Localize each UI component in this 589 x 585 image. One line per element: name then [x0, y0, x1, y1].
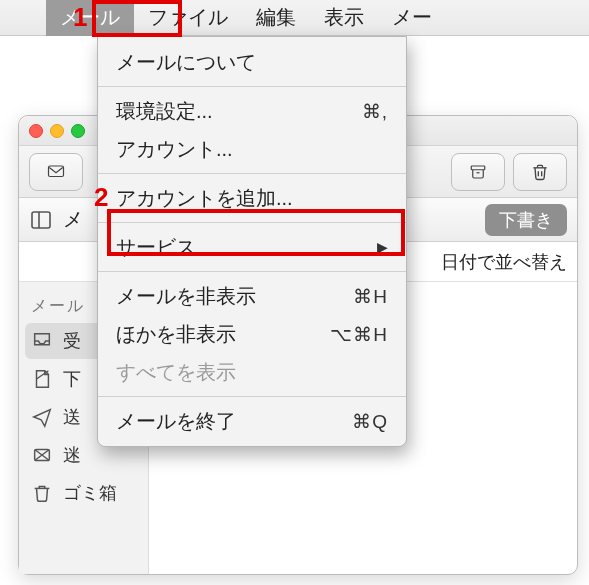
menubar-item-more[interactable]: メー: [378, 0, 446, 36]
submenu-arrow-icon: ▶: [377, 239, 388, 255]
menu-item-label: 環境設定...: [116, 98, 213, 125]
menu-accounts[interactable]: アカウント...: [98, 130, 406, 168]
menu-separator: [98, 86, 406, 87]
sidebar-item-label: 受: [63, 329, 81, 353]
window-minimize-icon[interactable]: [50, 124, 64, 138]
menu-item-label: ほかを非表示: [116, 321, 236, 348]
menu-hide-mail[interactable]: メールを非表示 ⌘H: [98, 277, 406, 315]
menu-item-label: アカウントを追加...: [116, 185, 293, 212]
trash-button[interactable]: [513, 153, 567, 191]
menu-hide-others[interactable]: ほかを非表示 ⌥⌘H: [98, 315, 406, 353]
mailbox-tab-label: メ: [63, 206, 83, 233]
menubar-item-file[interactable]: ファイル: [134, 0, 242, 36]
junk-icon: [29, 444, 55, 466]
sidebar-toggle-icon[interactable]: [29, 208, 53, 232]
menubar-item-mail[interactable]: メール: [46, 0, 134, 36]
menu-item-label: メールを非表示: [116, 283, 256, 310]
sort-label[interactable]: 日付で並べ替え: [441, 250, 567, 274]
menubar: メール ファイル 編集 表示 メー: [0, 0, 589, 36]
sidebar-item-label: 迷: [63, 443, 81, 467]
menu-services[interactable]: サービス ▶: [98, 228, 406, 266]
menu-shortcut: ⌘H: [353, 285, 388, 308]
sidebar-item-label: ゴミ箱: [63, 481, 117, 505]
menu-separator: [98, 222, 406, 223]
inbox-icon: [29, 330, 55, 352]
window-close-icon[interactable]: [29, 124, 43, 138]
drafts-pill[interactable]: 下書き: [485, 204, 567, 236]
menu-item-label: アカウント...: [116, 136, 233, 163]
menu-show-all: すべてを表示: [98, 353, 406, 391]
menu-separator: [98, 173, 406, 174]
menu-item-label: すべてを表示: [116, 359, 236, 386]
sidebar-item-label: 下: [63, 367, 81, 391]
menu-item-label: メールを終了: [116, 408, 236, 435]
menubar-item-edit[interactable]: 編集: [242, 0, 310, 36]
menu-shortcut: ⌘Q: [352, 410, 388, 433]
menu-shortcut: ⌥⌘H: [330, 323, 388, 346]
sidebar-item-label: 送: [63, 405, 81, 429]
svg-rect-0: [49, 166, 64, 177]
menu-separator: [98, 396, 406, 397]
menubar-item-view[interactable]: 表示: [310, 0, 378, 36]
window-maximize-icon[interactable]: [71, 124, 85, 138]
svg-rect-1: [471, 166, 485, 170]
menu-add-account[interactable]: アカウントを追加...: [98, 179, 406, 217]
archive-button[interactable]: [451, 153, 505, 191]
compose-button[interactable]: [29, 153, 83, 191]
trash-icon: [29, 482, 55, 504]
menu-separator: [98, 271, 406, 272]
menu-shortcut: ⌘,: [362, 100, 388, 123]
menu-quit-mail[interactable]: メールを終了 ⌘Q: [98, 402, 406, 440]
drafts-icon: [29, 368, 55, 390]
mail-menu-dropdown: メールについて 環境設定... ⌘, アカウント... アカウントを追加... …: [97, 36, 407, 447]
sent-icon: [29, 406, 55, 428]
menu-preferences[interactable]: 環境設定... ⌘,: [98, 92, 406, 130]
menu-item-label: メールについて: [116, 49, 256, 76]
menu-about-mail[interactable]: メールについて: [98, 43, 406, 81]
sidebar-item-trash[interactable]: ゴミ箱: [25, 475, 142, 511]
menu-item-label: サービス: [116, 234, 196, 261]
svg-rect-2: [32, 212, 50, 228]
